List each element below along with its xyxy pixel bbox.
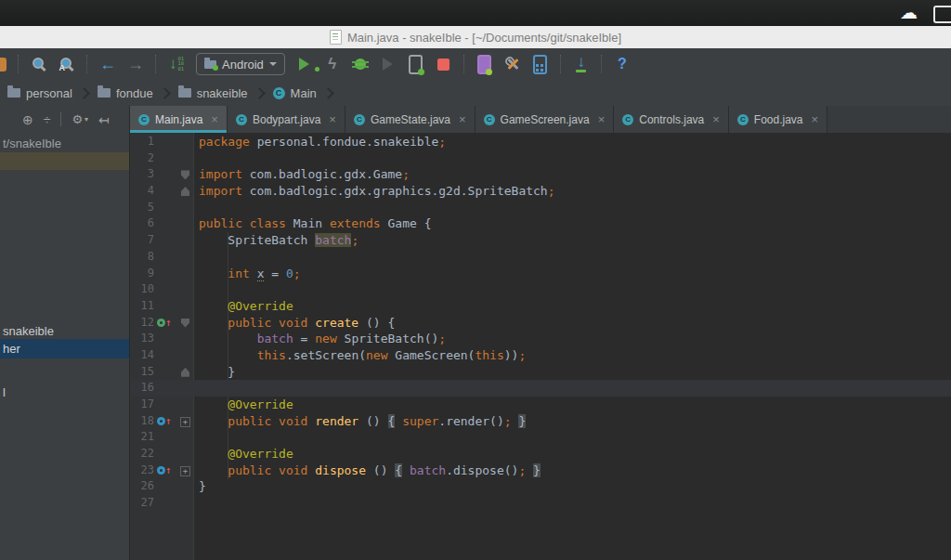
fold-marker-end[interactable] — [181, 187, 189, 196]
fold-marker-plus[interactable]: + — [180, 417, 190, 427]
breadcrumb-item-fondue[interactable]: fondue — [98, 86, 153, 100]
code-text: this.setScreen(new GameScreen(this)); — [193, 347, 951, 364]
tab-main.java[interactable]: CMain.java× — [130, 106, 228, 133]
layout-inspector-button[interactable] — [475, 53, 495, 75]
run-configuration-selector[interactable]: Android — [196, 53, 285, 75]
help-button[interactable]: ? — [612, 53, 632, 75]
line-number: 10 — [130, 281, 154, 298]
cloud-status-icon[interactable]: ☁ — [900, 3, 918, 23]
fold-slot — [175, 380, 193, 397]
class-icon: C — [138, 114, 150, 125]
token: @Override — [228, 447, 293, 461]
code-text: } — [193, 364, 951, 381]
chevron-right-icon — [159, 87, 171, 99]
display-status-icon[interactable] — [933, 6, 951, 23]
fold-slot — [175, 281, 193, 298]
line-number: 5 — [130, 200, 154, 216]
editor-lines: 1package personal.fondue.snakeible;23imp… — [130, 134, 951, 512]
fold-slot — [175, 397, 193, 413]
fold-marker-plus[interactable]: + — [180, 466, 190, 476]
run-device-button[interactable] — [406, 53, 426, 75]
line-number: 14 — [130, 347, 154, 364]
override-marker-icon[interactable] — [157, 319, 165, 327]
tab-gamestate.java[interactable]: CGameState.java× — [345, 106, 476, 133]
vcs-update-button[interactable]: ↓ 011001 — [166, 53, 187, 75]
close-icon[interactable]: × — [712, 112, 720, 126]
tab-label: GameState.java — [371, 113, 450, 126]
token: personal.fondue.snakeible — [257, 135, 439, 149]
back-button[interactable]: ← — [98, 53, 118, 75]
search-icon[interactable] — [29, 53, 49, 75]
fold-marker-start[interactable] — [181, 170, 189, 179]
find-in-path-icon[interactable]: A — [57, 53, 77, 75]
gutter-icon-slot — [154, 166, 175, 183]
tab-food.java[interactable]: CFood.java× — [729, 106, 827, 133]
project-item-selected[interactable]: her — [0, 339, 129, 358]
project-item-path[interactable]: t/snakeIble — [0, 135, 129, 152]
tab-controls.java[interactable]: CControls.java× — [614, 106, 729, 133]
override-marker-icon[interactable] — [157, 466, 165, 475]
close-icon[interactable]: × — [459, 112, 466, 126]
close-icon[interactable]: × — [211, 112, 218, 126]
class-icon: C — [236, 114, 247, 125]
project-item-plain[interactable]: snakeible — [0, 322, 129, 340]
gutter-icon-slot — [154, 331, 175, 347]
tab-gamescreen.java[interactable]: CGameScreen.java× — [476, 106, 615, 133]
code-text: public void dispose () { batch.dispose()… — [193, 462, 951, 479]
breadcrumb-label: fondue — [116, 86, 153, 100]
toolbar-separator — [463, 55, 465, 73]
gutter-icon-slot — [154, 446, 175, 462]
token — [199, 267, 228, 280]
token: ; — [351, 233, 358, 247]
gradle-sync-button[interactable]: ↓ — [571, 53, 592, 75]
gutter-icon-slot: ↑ — [154, 462, 175, 479]
gutter-icon-slot — [154, 364, 175, 381]
line-number: 21 — [130, 429, 154, 446]
tab-bodypart.java[interactable]: CBodypart.java× — [228, 106, 345, 133]
token — [199, 463, 228, 477]
fold-marker-start[interactable] — [181, 319, 189, 328]
apply-changes-icon[interactable]: ϟ — [322, 53, 343, 75]
project-tree-panel[interactable]: t/snakeIblesnakeibleherl — [0, 133, 130, 560]
code-line: 15 } — [130, 364, 951, 381]
gutter-icon-slot — [154, 183, 175, 200]
token: ; — [402, 167, 410, 181]
close-icon[interactable]: × — [598, 112, 606, 126]
clipped-toolbar-icon[interactable] — [0, 58, 7, 72]
breadcrumb-item-snakeible[interactable]: snakeible — [178, 86, 248, 100]
settings-gear-icon[interactable]: ⚙▾ — [72, 112, 88, 126]
override-marker-icon[interactable] — [157, 417, 165, 425]
fold-slot — [175, 446, 193, 462]
override-arrow-icon: ↑ — [165, 413, 172, 430]
fold-slot: + — [175, 462, 193, 479]
token — [199, 414, 228, 428]
debug-button[interactable] — [350, 53, 371, 75]
locate-icon[interactable]: ⊕ — [22, 113, 33, 126]
collapse-icon[interactable]: ÷ — [44, 113, 51, 126]
project-item-olive[interactable] — [0, 152, 129, 170]
run-button[interactable] — [294, 53, 315, 75]
token: public void — [228, 316, 315, 330]
code-editor[interactable]: 1package personal.fondue.snakeible;23imp… — [130, 133, 951, 560]
hide-panel-icon[interactable]: ↤ — [98, 113, 110, 126]
avd-manager-button[interactable] — [502, 53, 523, 75]
token: ; — [293, 267, 301, 280]
fold-slot — [175, 298, 193, 315]
close-icon[interactable]: × — [812, 112, 819, 126]
fold-slot — [175, 200, 193, 216]
token: public void — [228, 463, 315, 477]
gutter-icon-slot — [154, 249, 175, 266]
stop-button[interactable] — [434, 53, 454, 75]
breadcrumb-item-personal[interactable]: personal — [7, 86, 72, 100]
profile-button[interactable] — [378, 53, 398, 75]
forward-button[interactable]: → — [125, 53, 146, 75]
token: } — [199, 479, 206, 493]
header-divider — [60, 112, 61, 126]
toolbar-separator — [560, 55, 562, 73]
close-icon[interactable]: × — [329, 112, 336, 126]
fold-marker-end[interactable] — [181, 368, 189, 377]
breadcrumb-item-main[interactable]: CMain — [273, 86, 317, 100]
class-icon: C — [484, 114, 495, 125]
project-item-fragment[interactable]: l — [0, 384, 129, 401]
sdk-manager-button[interactable] — [530, 53, 551, 75]
